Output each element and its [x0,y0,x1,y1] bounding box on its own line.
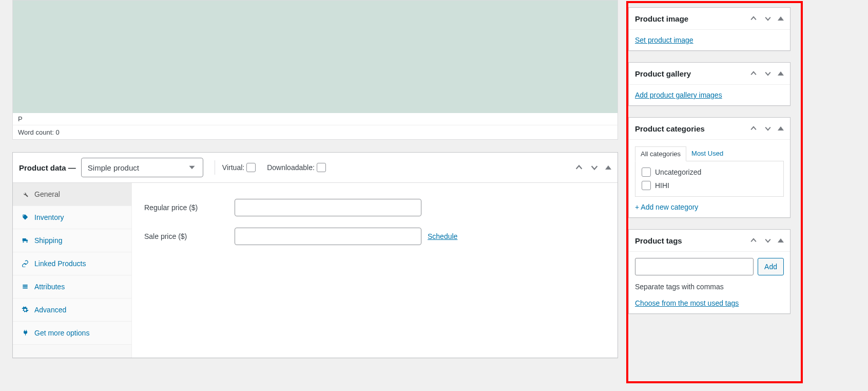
tab-advanced-label: Advanced [34,306,66,314]
tab-most-used[interactable]: Most Used [686,146,728,161]
tab-inventory-label: Inventory [34,213,64,221]
add-tag-button[interactable]: Add [758,258,784,275]
tab-linked-label: Linked Products [34,259,86,268]
move-down-icon[interactable] [763,236,773,245]
collapse-toggle-icon[interactable] [778,126,784,131]
downloadable-label: Downloadable: [267,163,315,172]
move-down-icon[interactable] [763,14,773,23]
product-data-tabs: General Inventory Shipping Linked Produc… [13,183,132,358]
tab-linked[interactable]: Linked Products [13,252,131,275]
collapse-toggle-icon[interactable] [778,238,784,243]
product-categories-title: Product categories [635,124,705,133]
set-product-image-link[interactable]: Set product image [635,36,693,44]
move-up-icon[interactable] [749,14,758,23]
product-data-panel: Product data — Simple product Virtual: D… [12,152,618,358]
tab-general-label: General [34,190,60,198]
tab-shipping[interactable]: Shipping [13,229,131,252]
category-checkbox[interactable] [642,167,651,177]
category-checkbox[interactable] [642,181,651,190]
panel-controls [574,163,611,172]
sale-price-input[interactable] [235,228,421,245]
product-categories-box: Product categories All categories Most U… [628,117,790,218]
move-down-icon[interactable] [590,163,599,172]
plug-icon [21,329,29,337]
tab-advanced[interactable]: Advanced [13,299,131,322]
category-item: HIHI [641,179,778,192]
regular-price-input[interactable] [235,199,421,216]
add-new-category-link[interactable]: + Add new category [635,203,698,211]
product-gallery-box: Product gallery Add product gallery imag… [628,62,790,106]
editor-path-text: P [18,115,23,123]
collapse-toggle-icon[interactable] [778,16,784,21]
downloadable-option: Downloadable: [267,163,326,172]
add-gallery-images-link[interactable]: Add product gallery images [635,91,722,99]
product-data-content: Regular price ($) Sale price ($) Schedul… [132,183,618,358]
collapse-toggle-icon[interactable] [605,165,611,170]
tab-general[interactable]: General [13,183,131,206]
wrench-icon [21,190,29,198]
move-up-icon[interactable] [749,236,758,245]
product-type-select[interactable]: Simple product [81,158,203,177]
category-tabs: All categories Most Used [635,146,784,161]
sale-price-label: Sale price ($) [144,232,235,240]
product-type-selected: Simple product [88,163,139,172]
tag-icon [21,213,29,221]
editor-path-bar: P [12,113,618,125]
sale-price-row: Sale price ($) Schedule [144,222,605,251]
virtual-checkbox[interactable] [246,163,256,172]
list-icon [21,283,29,291]
word-count: Word count: 0 [18,128,60,136]
category-label: HIHI [655,181,669,190]
downloadable-checkbox[interactable] [317,163,326,172]
collapse-toggle-icon[interactable] [778,71,784,76]
tag-input[interactable] [635,258,754,275]
tags-hint: Separate tags with commas [635,283,784,291]
divider [215,160,215,175]
schedule-link[interactable]: Schedule [428,232,457,240]
svg-marker-0 [189,166,195,169]
product-image-box: Product image Set product image [628,7,790,51]
category-list: Uncategorized HIHI [635,161,784,197]
move-down-icon[interactable] [763,124,773,133]
virtual-label: Virtual: [222,163,244,172]
product-tags-title: Product tags [635,236,682,245]
tab-attributes[interactable]: Attributes [13,275,131,299]
tab-attributes-label: Attributes [34,283,65,291]
choose-most-used-tags-link[interactable]: Choose from the most used tags [635,299,739,307]
move-up-icon[interactable] [749,69,758,78]
tab-get-more[interactable]: Get more options [13,322,131,345]
tab-shipping-label: Shipping [34,236,63,245]
tab-get-more-label: Get more options [34,329,89,337]
product-data-title: Product data — [19,163,76,172]
product-gallery-title: Product gallery [635,69,691,78]
product-tags-box: Product tags Add Separate tags with comm… [628,229,790,314]
link-icon [21,259,29,268]
tab-all-categories[interactable]: All categories [635,146,686,161]
tab-inventory[interactable]: Inventory [13,206,131,229]
move-up-icon[interactable] [574,163,584,172]
editor-content-area[interactable] [12,0,618,113]
category-item: Uncategorized [641,165,778,179]
product-image-title: Product image [635,14,688,23]
truck-icon [21,236,29,245]
regular-price-row: Regular price ($) [144,193,605,222]
category-label: Uncategorized [655,168,701,176]
move-up-icon[interactable] [749,124,758,133]
product-data-header: Product data — Simple product Virtual: D… [13,153,618,183]
gear-icon [21,306,29,314]
editor-footer: Word count: 0 [12,125,618,140]
chevron-down-icon [187,163,197,172]
move-down-icon[interactable] [763,69,773,78]
regular-price-label: Regular price ($) [144,203,235,212]
virtual-option: Virtual: [222,163,256,172]
